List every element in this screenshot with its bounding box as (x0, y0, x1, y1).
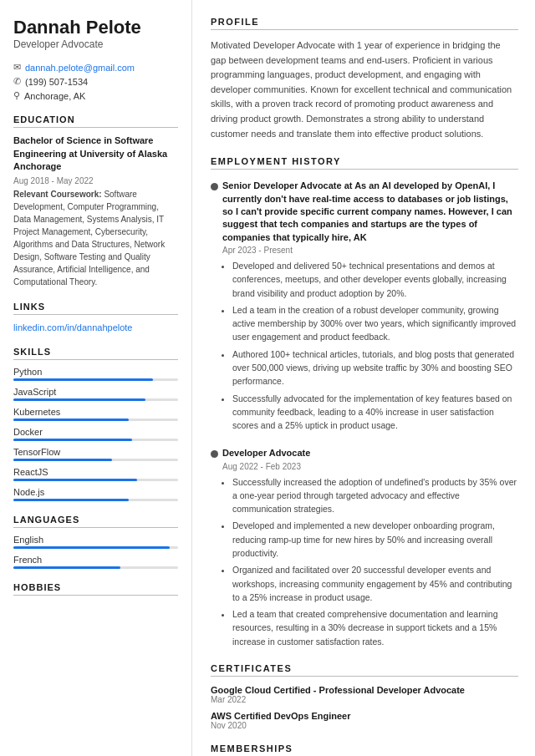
skill-bar-bg (13, 378, 178, 381)
education-section-title: EDUCATION (13, 114, 178, 128)
skill-bar-bg (13, 439, 178, 441)
job-entry: Senior Developer Advocate at As an AI de… (211, 180, 518, 435)
skill-item: Docker (13, 427, 178, 441)
languages-section-title: LANGUAGES (13, 515, 178, 528)
language-item: English (13, 535, 178, 549)
language-name: English (13, 535, 178, 545)
contact-phone: ✆ (199) 507-1534 (13, 76, 178, 87)
skill-name: Docker (13, 427, 178, 437)
job-dates: Apr 2023 - Present (222, 246, 518, 255)
certificates-list: Google Cloud Certified - Professional De… (211, 685, 518, 730)
hobbies-section-title: HOBBIES (13, 582, 178, 596)
cert-name: AWS Certified DevOps Engineer (211, 711, 518, 721)
job-bullet: Successfully advocated for the implement… (232, 392, 518, 433)
skill-name: Python (13, 367, 178, 377)
left-column: Dannah Pelote Developer Advocate ✉ danna… (0, 0, 192, 756)
language-bar-fill (13, 566, 120, 569)
skill-bar-fill (13, 398, 145, 401)
job-bullet: Authored 100+ technical articles, tutori… (232, 348, 518, 388)
cert-date: Nov 2020 (211, 721, 518, 730)
skill-item: Kubernetes (13, 407, 178, 421)
memberships-section-title: MEMBERSHIPS (211, 743, 518, 756)
skills-list: Python JavaScript Kubernetes Docker Tens… (13, 367, 178, 501)
job-bullets-list: Successfully increased the adoption of u… (222, 475, 518, 648)
contact-info: ✉ dannah.pelote@gmail.com ✆ (199) 507-15… (13, 62, 178, 101)
education-coursework: Relevant Coursework: Software Developmen… (13, 188, 178, 288)
skill-item: JavaScript (13, 387, 178, 401)
location-text: Anchorage, AK (24, 91, 85, 101)
job-title: Developer Advocate (222, 447, 518, 459)
skill-bar-fill (13, 499, 129, 501)
skill-bar-bg (13, 419, 178, 421)
skill-bar-fill (13, 439, 132, 441)
linkedin-link[interactable]: linkedin.com/in/dannahpelote (13, 322, 133, 332)
job-entry: Developer Advocate Aug 2022 - Feb 2023 S… (211, 447, 518, 652)
job-dot (211, 450, 218, 458)
job-title: Senior Developer Advocate at As an AI de… (222, 180, 518, 244)
resume-container: Dannah Pelote Developer Advocate ✉ danna… (0, 0, 535, 756)
language-bar-bg (13, 566, 178, 569)
skill-bar-bg (13, 499, 178, 501)
candidate-title: Developer Advocate (13, 38, 178, 50)
language-bar-bg (13, 546, 178, 549)
skill-name: ReactJS (13, 467, 178, 477)
languages-list: English French (13, 535, 178, 569)
job-bullet: Led a team that created comprehensive do… (232, 607, 518, 648)
job-bullet: Successfully increased the adoption of u… (232, 475, 518, 516)
right-column: PROFILE Motivated Developer Advocate wit… (192, 0, 535, 756)
cert-entry: AWS Certified DevOps Engineer Nov 2020 (211, 711, 518, 730)
job-content: Senior Developer Advocate at As an AI de… (222, 180, 518, 435)
job-dates: Aug 2022 - Feb 2023 (222, 462, 518, 471)
location-icon: ⚲ (13, 90, 20, 101)
skill-bar-fill (13, 419, 129, 421)
employment-section-title: EMPLOYMENT HISTORY (211, 156, 518, 170)
contact-email: ✉ dannah.pelote@gmail.com (13, 62, 178, 73)
coursework-text: Software Development, Computer Programmi… (13, 190, 165, 287)
skill-item: Node.js (13, 487, 178, 501)
job-bullets-list: Developed and delivered 50+ technical pr… (222, 259, 518, 432)
skill-name: JavaScript (13, 387, 178, 397)
skill-bar-fill (13, 378, 153, 381)
links-section-title: LINKS (13, 302, 178, 315)
skill-name: Kubernetes (13, 407, 178, 417)
certificates-section-title: CERTIFICATES (211, 663, 518, 677)
skill-item: TensorFlow (13, 447, 178, 461)
employment-list: Senior Developer Advocate at As an AI de… (211, 180, 518, 652)
skill-name: TensorFlow (13, 447, 178, 457)
skill-name: Node.js (13, 487, 178, 497)
contact-location: ⚲ Anchorage, AK (13, 90, 178, 101)
memberships-section: MEMBERSHIPS (211, 743, 518, 756)
language-bar-fill (13, 546, 170, 549)
language-name: French (13, 555, 178, 565)
skill-item: Python (13, 367, 178, 381)
skill-bar-bg (13, 479, 178, 481)
candidate-name: Dannah Pelote (13, 17, 178, 38)
phone-icon: ✆ (13, 76, 21, 87)
skill-bar-bg (13, 459, 178, 461)
skill-bar-fill (13, 459, 112, 461)
cert-entry: Google Cloud Certified - Professional De… (211, 685, 518, 704)
skills-section-title: SKILLS (13, 347, 178, 360)
skill-item: ReactJS (13, 467, 178, 481)
skill-bar-bg (13, 398, 178, 401)
job-bullet: Led a team in the creation of a robust d… (232, 303, 518, 344)
job-content: Developer Advocate Aug 2022 - Feb 2023 S… (222, 447, 518, 652)
cert-date: Mar 2022 (211, 695, 518, 704)
job-bullet: Developed and implemented a new develope… (232, 519, 518, 560)
education-degree: Bachelor of Science in Software Engineer… (13, 134, 178, 173)
links-list: linkedin.com/in/dannahpelote (13, 322, 178, 333)
profile-text: Motivated Developer Advocate with 1 year… (211, 38, 518, 141)
profile-section-title: PROFILE (211, 17, 518, 30)
email-icon: ✉ (13, 62, 21, 73)
phone-number: (199) 507-1534 (25, 77, 88, 87)
education-dates: Aug 2018 - May 2022 (13, 176, 178, 185)
cert-name: Google Cloud Certified - Professional De… (211, 685, 518, 695)
language-item: French (13, 555, 178, 569)
job-bullet: Developed and delivered 50+ technical pr… (232, 259, 518, 300)
email-link[interactable]: dannah.pelote@gmail.com (25, 63, 135, 73)
job-dot (211, 183, 218, 190)
coursework-label: Relevant Coursework: (13, 190, 102, 199)
job-bullet: Organized and facilitated over 20 succes… (232, 563, 518, 604)
skill-bar-fill (13, 479, 137, 481)
